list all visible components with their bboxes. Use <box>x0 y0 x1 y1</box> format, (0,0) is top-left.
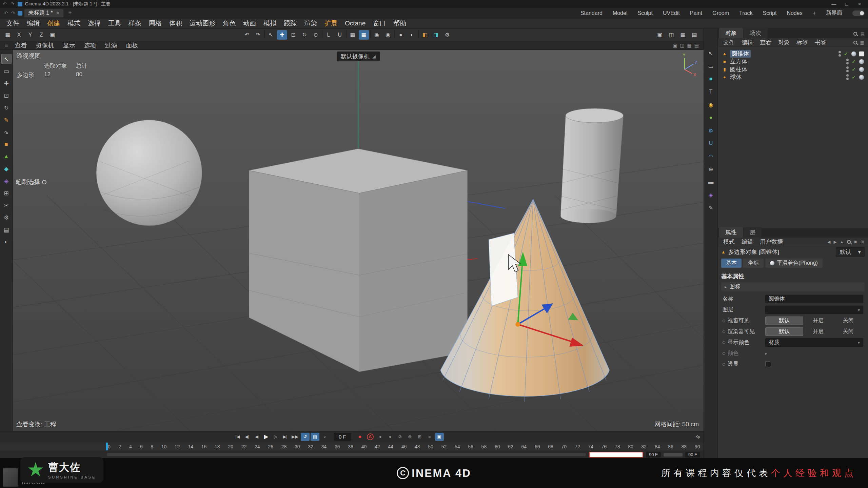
panel-tab[interactable]: 层 <box>744 227 762 238</box>
keyframe-dot-icon[interactable] <box>723 330 725 333</box>
toolbar-icon[interactable] <box>394 30 395 38</box>
coord-system-icon[interactable]: ▣ <box>47 30 58 40</box>
autokey-button[interactable]: A <box>366 433 375 441</box>
timeline-expand-icon[interactable]: ⇄ <box>694 433 702 441</box>
marquee-icon[interactable]: ▭ <box>706 61 716 71</box>
keyframe-selection-icon[interactable]: ≡ <box>425 433 434 441</box>
menu-item[interactable]: 模式 <box>64 19 84 28</box>
attribute-section-tab[interactable]: 基本 <box>721 259 742 268</box>
text-tool-icon[interactable]: T <box>706 87 716 97</box>
floor-tool[interactable]: ▤ <box>1 225 12 235</box>
record-position-icon[interactable]: ● <box>376 433 385 441</box>
object-name[interactable]: 圆柱体 <box>730 65 747 73</box>
visibility-dots[interactable] <box>846 74 849 80</box>
new-ui-label[interactable]: 新界面 <box>826 9 842 17</box>
camera-label-chip[interactable]: 默认摄像机 ◢ <box>337 52 380 61</box>
menu-item[interactable]: 模拟 <box>260 19 280 28</box>
material-manager-icon[interactable]: ◐ <box>407 30 417 40</box>
history-forward-icon[interactable]: ▶ <box>833 240 836 244</box>
undo-icon[interactable]: ↶ <box>242 30 252 40</box>
cube-object[interactable] <box>249 149 468 372</box>
motion-tracker-icon[interactable]: ⊕ <box>706 164 716 174</box>
phong-tag-icon[interactable] <box>859 75 864 80</box>
bend-deformer-icon[interactable]: ◠ <box>706 151 716 161</box>
object-menu-item[interactable]: 文件 <box>720 39 738 46</box>
visibility-off-option[interactable]: 关闭 <box>833 328 864 335</box>
layout-tab[interactable]: Model <box>613 10 628 16</box>
toolbar-icon[interactable] <box>322 30 322 38</box>
keyframe-dot-icon[interactable] <box>723 320 725 322</box>
layer-field[interactable]: ▾ <box>765 306 863 314</box>
panel-tab[interactable]: 属性 <box>719 227 743 238</box>
object-name[interactable]: 圆锥体 <box>730 50 751 58</box>
back-icon[interactable]: ↶ <box>3 11 8 16</box>
sphere-object[interactable] <box>96 120 202 226</box>
object-menu-item[interactable]: 编辑 <box>738 39 756 46</box>
menu-item[interactable]: 帮助 <box>390 19 410 28</box>
menu-item[interactable]: 渲染 <box>300 19 321 28</box>
move-tool-icon[interactable]: ✚ <box>277 30 287 40</box>
move-tool[interactable]: ✚ <box>1 78 12 88</box>
new-document-button[interactable]: + <box>65 9 75 17</box>
attribute-section-tab[interactable]: 坐标 <box>743 259 764 268</box>
selection-tag-icon[interactable] <box>859 51 864 57</box>
rotate-tool[interactable]: ↻ <box>1 103 12 113</box>
toolbar-icon[interactable] <box>370 30 371 38</box>
forward-icon[interactable]: ↷ <box>11 11 16 16</box>
visibility-off-option[interactable]: 关闭 <box>833 317 864 324</box>
axis-y-lock[interactable]: Y <box>25 30 35 40</box>
menu-item[interactable]: 选择 <box>84 19 104 28</box>
layout-tab[interactable]: Nodes <box>787 10 802 16</box>
field-tool[interactable]: ◈ <box>1 176 12 186</box>
layout-tab[interactable]: UVEdit <box>663 10 680 16</box>
phong-tag-icon[interactable] <box>859 59 864 64</box>
layout-tab[interactable]: Standard <box>580 10 603 16</box>
history-back-icon[interactable]: ◀ <box>827 240 830 244</box>
octane-icon-1[interactable]: ◧ <box>420 30 430 40</box>
gear-icon[interactable]: ⚙ <box>706 126 716 135</box>
axis-modify-icon[interactable]: ◈ <box>706 190 716 200</box>
visibility-default-option[interactable]: 默认 <box>765 317 803 325</box>
object-menu-item[interactable]: 查看 <box>756 39 775 46</box>
viewport-menu-item[interactable]: 选项 <box>80 41 101 49</box>
name-field[interactable]: 圆锥体 <box>765 295 863 303</box>
record-rotation-icon[interactable]: ⊘ <box>396 433 405 441</box>
render-settings-icon[interactable]: ◉ <box>383 30 393 40</box>
object-row[interactable]: ▮ 圆柱体 ✓ <box>720 65 866 73</box>
enable-check-icon[interactable]: ✓ <box>851 74 856 80</box>
object-row[interactable]: ● 球体 ✓ <box>720 73 866 81</box>
phong-tag-icon[interactable] <box>851 51 856 57</box>
next-key-button[interactable]: ▶| <box>281 433 290 441</box>
goto-end-button[interactable]: ▶▶ <box>290 433 300 441</box>
attribute-section-tab[interactable]: 平滑着色(Phong) <box>765 259 823 268</box>
attribute-menu-item[interactable]: 模式 <box>720 238 738 246</box>
grid-snap-icon[interactable]: ▦ <box>348 30 358 40</box>
axis-x-lock[interactable]: X <box>14 30 24 40</box>
range-grip[interactable] <box>664 453 683 456</box>
next-frame-button[interactable]: ▷ <box>271 433 280 441</box>
material-icon[interactable]: ● <box>396 30 406 40</box>
dynamics-ball-icon[interactable]: ◉ <box>706 100 716 109</box>
recent-tool-icon[interactable]: ⊙ <box>311 30 321 40</box>
menu-item[interactable]: 网格 <box>145 19 165 28</box>
keyframe-dot-icon[interactable] <box>723 341 725 344</box>
octane-icon-3[interactable]: ⚙ <box>442 30 452 40</box>
layout-tab[interactable]: Paint <box>690 10 702 16</box>
menu-item[interactable]: 跟踪 <box>280 19 300 28</box>
prev-key-button[interactable]: ◀| <box>243 433 252 441</box>
deformer-tool[interactable]: ⚙ <box>1 212 12 223</box>
asset-cube-icon[interactable]: ■ <box>706 74 716 84</box>
marquee-select-tool[interactable]: ▭ <box>1 66 12 76</box>
play-button[interactable]: ▶ <box>262 433 271 441</box>
panel-tab[interactable]: 对象 <box>719 28 743 38</box>
menu-item[interactable]: 工具 <box>104 19 125 28</box>
simulation-icon[interactable]: ● <box>706 113 716 122</box>
toolbar-icon[interactable] <box>418 30 419 38</box>
magnet-icon[interactable]: U <box>706 139 716 148</box>
object-name[interactable]: 球体 <box>730 73 742 81</box>
loop-mode-icon[interactable]: ↺ <box>301 433 310 441</box>
frame-ruler[interactable]: 0 2 4 6 8 10 12 14 <box>0 442 704 451</box>
film-icon[interactable]: ▬ <box>706 177 716 187</box>
range-slider-track[interactable] <box>106 453 586 456</box>
scale-tool-icon[interactable]: ⊡ <box>288 30 298 40</box>
